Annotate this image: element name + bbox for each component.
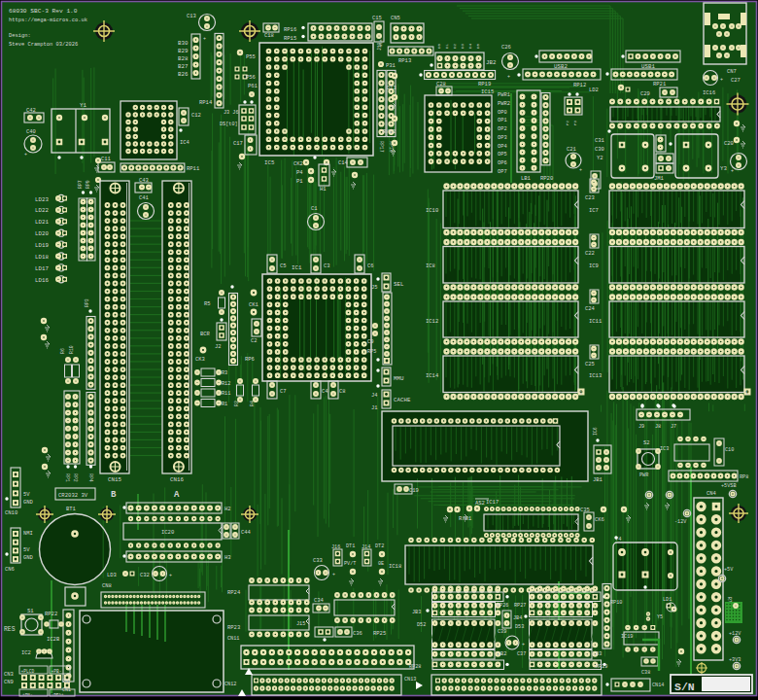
- svg-text:CN9: CN9: [4, 679, 14, 685]
- svg-text:D52: D52: [417, 622, 426, 628]
- svg-text:B29: B29: [178, 48, 189, 54]
- svg-text:J9: J9: [638, 424, 644, 430]
- svg-text:LD17: LD17: [35, 265, 49, 272]
- svg-text:OP3: OP3: [498, 135, 507, 141]
- svg-text:Y2: Y2: [597, 155, 603, 161]
- svg-text:LB3: LB3: [593, 651, 602, 657]
- svg-text:Y3: Y3: [720, 165, 727, 172]
- svg-text:RP29: RP29: [596, 664, 607, 670]
- svg-text:Y5: Y5: [657, 614, 663, 620]
- svg-text:RP26: RP26: [497, 603, 508, 609]
- svg-text:JM1: JM1: [654, 175, 665, 182]
- svg-text:PV/T: PV/T: [344, 561, 356, 567]
- svg-text:LB2: LB2: [498, 651, 506, 657]
- svg-text:CK1: CK1: [249, 301, 259, 308]
- svg-text:R11: R11: [222, 391, 230, 397]
- svg-text:B: B: [111, 490, 117, 500]
- svg-text:LD3: LD3: [107, 572, 117, 578]
- svg-text:CN8: CN8: [102, 582, 112, 589]
- svg-text:CN10: CN10: [5, 509, 17, 516]
- svg-text:CK6: CK6: [595, 516, 604, 523]
- svg-text:P56: P56: [246, 74, 256, 81]
- svg-text:IC20: IC20: [161, 529, 174, 536]
- svg-text:D2: D2: [453, 43, 457, 49]
- svg-text:JB3: JB3: [412, 610, 421, 615]
- svg-text:SEL: SEL: [394, 281, 404, 288]
- svg-text:Y1: Y1: [80, 102, 86, 109]
- svg-text:CN12: CN12: [224, 682, 236, 687]
- svg-text:IC5: IC5: [264, 159, 275, 166]
- svg-text:OP0: OP0: [498, 110, 507, 116]
- svg-text:H2: H2: [224, 506, 231, 512]
- svg-text:RP27: RP27: [514, 603, 526, 609]
- svg-text:C29: C29: [640, 90, 650, 97]
- svg-text:C15: C15: [372, 15, 382, 21]
- svg-text:D5: D5: [476, 43, 480, 49]
- svg-text:LD23: LD23: [35, 196, 49, 203]
- svg-text:B26: B26: [178, 71, 189, 78]
- svg-text:C31: C31: [595, 137, 605, 144]
- svg-text:5V: 5V: [23, 491, 30, 498]
- svg-text:R12: R12: [222, 381, 230, 387]
- svg-text:R/W2: R/W2: [383, 128, 396, 135]
- svg-text:S2: S2: [643, 439, 650, 446]
- svg-text:RP3: RP3: [85, 298, 89, 307]
- svg-text:IC1: IC1: [292, 264, 302, 271]
- svg-text:IC11: IC11: [589, 318, 603, 325]
- svg-text:CN11: CN11: [227, 636, 239, 642]
- svg-text:RP24: RP24: [227, 589, 241, 596]
- svg-text:OP2: OP2: [498, 126, 507, 132]
- svg-text:+5VSB: +5VSB: [721, 483, 737, 489]
- svg-text:C20: C20: [724, 140, 734, 147]
- svg-text:CN6: CN6: [5, 566, 15, 573]
- svg-text:CN14: CN14: [652, 682, 664, 688]
- svg-text:+: +: [24, 152, 27, 158]
- svg-text:0: 0: [580, 391, 583, 396]
- svg-text:+5V: +5V: [724, 567, 734, 573]
- svg-text:C18: C18: [264, 32, 274, 39]
- svg-text:B30: B30: [178, 40, 189, 47]
- svg-text:RP25: RP25: [373, 630, 386, 637]
- svg-text:LD21: LD21: [35, 219, 49, 226]
- svg-text:R4: R4: [250, 401, 255, 406]
- svg-text:RP7: RP7: [78, 180, 83, 189]
- svg-text:PWR1: PWR1: [498, 92, 510, 98]
- svg-text:C41: C41: [139, 194, 150, 201]
- svg-text:C4: C4: [322, 388, 328, 395]
- svg-text:Steve Crampton 03/2026: Steve Crampton 03/2026: [9, 42, 78, 48]
- svg-text:D1: D1: [445, 43, 449, 49]
- svg-text:JB1: JB1: [593, 476, 603, 483]
- svg-text:CN15: CN15: [108, 476, 121, 483]
- svg-text:C39: C39: [498, 629, 506, 635]
- svg-text:RP13: RP13: [398, 57, 411, 64]
- svg-text:RP28: RP28: [409, 664, 421, 670]
- svg-text:IC3: IC3: [660, 446, 669, 452]
- svg-text:C40: C40: [26, 128, 36, 135]
- svg-text:-12V: -12V: [674, 519, 687, 525]
- svg-text:+: +: [332, 572, 335, 578]
- svg-text:J1: J1: [371, 404, 378, 411]
- svg-text:+: +: [169, 573, 172, 578]
- svg-text:A: A: [174, 490, 180, 500]
- svg-text:CN2: CN2: [62, 679, 71, 684]
- svg-text:CN7: CN7: [727, 68, 737, 75]
- svg-text:RP4: RP4: [88, 473, 93, 482]
- svg-text:D3: D3: [461, 43, 465, 49]
- svg-text:DS[t0]: DS[t0]: [220, 122, 238, 127]
- svg-text:RP20: RP20: [540, 175, 553, 182]
- svg-text:LD16: LD16: [35, 277, 49, 284]
- svg-text:J7: J7: [671, 424, 676, 430]
- svg-text:H1: H1: [320, 186, 327, 192]
- svg-text:J10: J10: [379, 39, 383, 47]
- svg-text:C19: C19: [409, 487, 419, 494]
- svg-text:R5: R5: [204, 300, 211, 307]
- svg-text:CN3: CN3: [4, 671, 14, 678]
- svg-text:LD22: LD22: [35, 207, 49, 214]
- svg-text:+: +: [203, 36, 206, 42]
- svg-text:P1: P1: [296, 178, 303, 185]
- svg-text:RP14: RP14: [199, 99, 213, 106]
- svg-text:R6: R6: [60, 348, 65, 354]
- svg-text:C6: C6: [367, 262, 374, 269]
- svg-text:IC14: IC14: [426, 372, 439, 379]
- svg-text:C36: C36: [353, 630, 362, 637]
